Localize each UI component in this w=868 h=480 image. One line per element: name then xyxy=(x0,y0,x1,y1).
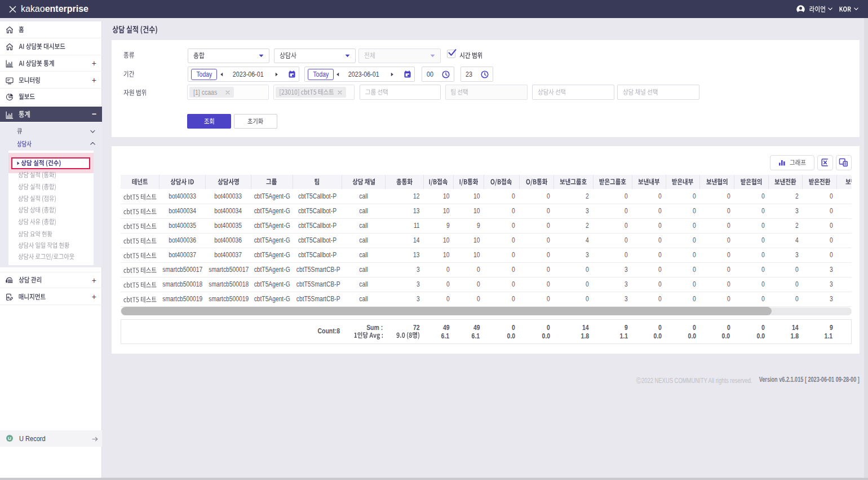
svg-text:U: U xyxy=(8,436,11,441)
